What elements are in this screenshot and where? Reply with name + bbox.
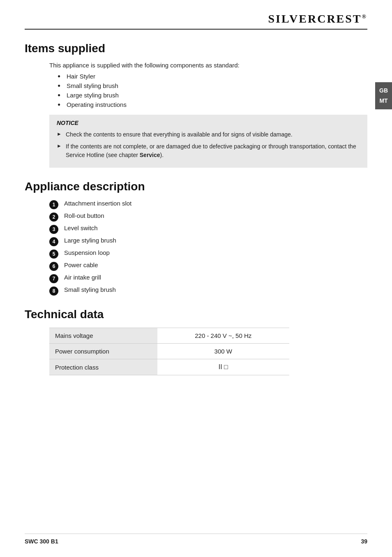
appliance-numbered-list: 1 Attachment insertion slot 2 Roll-out b…	[49, 200, 367, 296]
table-value-protection: II □	[157, 359, 289, 375]
notice-box: NOTICE Check the contents to ensure that…	[49, 115, 367, 168]
item-number: 8	[49, 287, 58, 296]
footer: SWC 300 B1 39	[25, 534, 367, 545]
technical-data-table: Mains voltage 220 - 240 V ~, 50 Hz Power…	[49, 328, 289, 375]
side-tab: GB MT	[375, 82, 392, 109]
side-tab-gb: GB	[379, 86, 388, 96]
list-item: Operating instructions	[58, 101, 367, 108]
item-number: 6	[49, 262, 58, 271]
technical-data-title: Technical data	[25, 308, 367, 321]
notice-item: If the contents are not complete, or are…	[57, 142, 360, 159]
footer-page: 39	[361, 538, 367, 545]
brand-name: SILVERCREST	[268, 12, 362, 25]
list-item: 5 Suspension loop	[49, 249, 367, 259]
table-label: Mains voltage	[49, 328, 157, 344]
table-label: Protection class	[49, 359, 157, 375]
item-label: Large styling brush	[64, 237, 116, 244]
footer-model: SWC 300 B1	[25, 538, 58, 545]
table-value: 220 - 240 V ~, 50 Hz	[157, 328, 289, 344]
table-row: Power consumption 300 W	[49, 344, 289, 359]
list-item: 7 Air intake grill	[49, 274, 367, 283]
items-supplied-section: Items supplied This appliance is supplie…	[25, 42, 367, 168]
appliance-description-section: Appliance description 1 Attachment inser…	[25, 180, 367, 296]
item-label: Level switch	[64, 224, 98, 231]
item-label: Suspension loop	[64, 249, 110, 256]
item-number: 1	[49, 200, 58, 209]
list-item: 1 Attachment insertion slot	[49, 200, 367, 209]
item-label: Small styling brush	[64, 286, 116, 293]
list-item: Small styling brush	[58, 82, 367, 89]
notice-item: Check the contents to ensure that everyt…	[57, 130, 360, 139]
table-label: Power consumption	[49, 344, 157, 359]
list-item: 4 Large styling brush	[49, 237, 367, 246]
notice-list: Check the contents to ensure that everyt…	[57, 130, 360, 159]
brand-trademark: ®	[362, 14, 367, 20]
technical-data-section: Technical data Mains voltage 220 - 240 V…	[25, 308, 367, 375]
list-item: Large styling brush	[58, 92, 367, 99]
item-label: Power cable	[64, 261, 98, 268]
side-tab-mt: MT	[379, 96, 388, 106]
brand-logo: SILVERCREST®	[268, 12, 367, 25]
protection-class-symbol: II □	[219, 363, 228, 370]
item-number: 4	[49, 237, 58, 246]
item-number: 2	[49, 213, 58, 222]
item-label: Air intake grill	[64, 274, 101, 281]
table-row: Mains voltage 220 - 240 V ~, 50 Hz	[49, 328, 289, 344]
table-row: Protection class II □	[49, 359, 289, 375]
item-number: 5	[49, 250, 58, 259]
list-item: 8 Small styling brush	[49, 286, 367, 296]
page: SILVERCREST® GB MT Items supplied This a…	[0, 0, 392, 557]
header: SILVERCREST®	[25, 12, 367, 30]
item-label: Attachment insertion slot	[64, 200, 131, 207]
list-item: 3 Level switch	[49, 224, 367, 234]
list-item: 6 Power cable	[49, 261, 367, 271]
item-label: Roll-out button	[64, 212, 104, 219]
items-supplied-title: Items supplied	[25, 42, 367, 55]
item-number: 7	[49, 274, 58, 283]
table-value: 300 W	[157, 344, 289, 359]
list-item: Hair Styler	[58, 73, 367, 80]
item-number: 3	[49, 225, 58, 234]
appliance-description-title: Appliance description	[25, 180, 367, 193]
notice-title: NOTICE	[57, 120, 360, 126]
list-item: 2 Roll-out button	[49, 212, 367, 222]
items-supplied-list: Hair Styler Small styling brush Large st…	[58, 73, 367, 108]
items-supplied-intro: This appliance is supplied with the foll…	[49, 62, 367, 69]
